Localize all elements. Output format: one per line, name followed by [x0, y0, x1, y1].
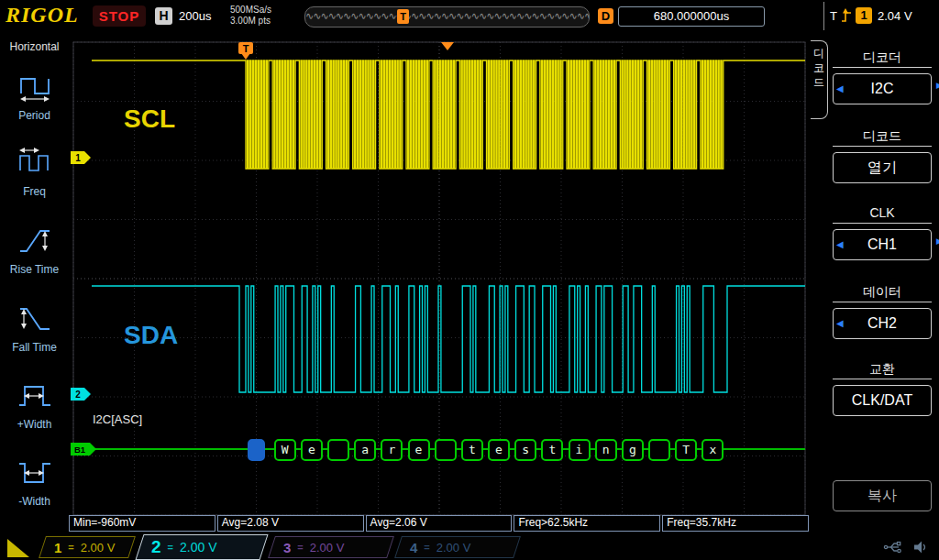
usb-icon [883, 540, 907, 555]
waveform-overview-pattern: ∿∿∿∿∿∿∿∿∿∿∿∿∿∿∿∿∿∿∿∿∿∿∿∿∿∿∿∿∿∿∿∿∿∿∿∿∿∿∿∿ [305, 10, 589, 22]
menu-item-value-text: 열기 [867, 159, 897, 175]
svg-text:1: 1 [75, 153, 81, 163]
menu-arrow-icon [7, 539, 29, 557]
svg-text:B1: B1 [74, 445, 86, 455]
measure-item-label: Rise Time [0, 263, 69, 276]
menu-item-value-text: CH2 [867, 315, 897, 331]
channel-number: 3 [283, 540, 291, 555]
menu-item-copy[interactable]: 복사 [833, 480, 932, 511]
measure-item-rise-time[interactable]: Rise Time [0, 223, 69, 276]
waveform-display: T 1 2 B1 SCL SDA I2C[ASC] WearetestingTx [69, 33, 809, 518]
menu-item-label: 데이터 [833, 282, 932, 302]
channel-scale: 2.00 V [81, 541, 116, 555]
ch2-sda-trace [92, 286, 805, 392]
menu-item-label: CLK [833, 203, 932, 224]
period-icon [17, 69, 53, 105]
acquisition-info: 500MSa/s 3.00M pts [230, 5, 271, 27]
menu-item-value[interactable]: CLK/DAT [833, 385, 932, 416]
dc-coupling-icon: = [168, 542, 173, 553]
waveform-canvas: T 1 2 B1 [69, 33, 809, 518]
trigger-level-value: 2.04 V [878, 9, 912, 23]
horizontal-position-bar[interactable]: ∿∿∿∿∿∿∿∿∿∿∿∿∿∿∿∿∿∿∿∿∿∿∿∿∿∿∿∿∿∿∿∿∿∿∿∿∿∿∿∿… [304, 6, 590, 27]
ch2-ground-marker[interactable]: 2 [71, 388, 91, 401]
menu-item-value[interactable]: 열기 [833, 152, 932, 183]
decode-menu-tab-label: 디코드 [812, 46, 826, 90]
channel-scale: 2.00 V [310, 541, 345, 555]
measure-category-title: Horizontal [0, 40, 69, 53]
dc-coupling-icon: = [297, 542, 303, 553]
timebase-value: 200us [179, 9, 211, 23]
menu-item-value-text: CH1 [867, 236, 897, 252]
measure-item-freq[interactable]: Freq [0, 145, 69, 198]
bus1-marker[interactable]: B1 [71, 443, 96, 456]
delay-value: 680.000000us [618, 6, 765, 27]
fall-time-icon [17, 301, 53, 337]
horizontal-badge: H [155, 7, 172, 25]
rigol-logo: RIGOL [6, 3, 79, 27]
select-left-arrow-icon: ◀ [836, 230, 844, 259]
menu-item-decoder[interactable]: 디코더 ◀ I2C ▶ [833, 48, 932, 104]
decode-bus-label: I2C[ASC] [93, 412, 142, 426]
trigger-source-badge: 1 [856, 7, 872, 24]
menu-item-label: 디코더 [833, 48, 932, 68]
measure-item-period[interactable]: Period [0, 69, 69, 122]
menu-item-decode-toggle[interactable]: 디코드 열기 [833, 126, 932, 183]
menu-item-data[interactable]: 데이터 ◀ CH2 [833, 282, 932, 339]
scl-annotation: SCL [124, 104, 175, 134]
menu-item-value-text: CLK/DAT [852, 392, 912, 408]
delay-badge: D [598, 8, 613, 24]
measurement-min: Min=-960mV [69, 515, 215, 532]
minus-width-icon [17, 455, 53, 491]
measurement-freq-ch1: Freq>62.5kHz [514, 515, 660, 532]
decode-menu-tab[interactable]: 디코드 [811, 40, 828, 119]
plus-width-icon [17, 378, 53, 414]
channel-2-status[interactable]: 2 = 2.00 V [135, 534, 268, 560]
trigger-point-marker[interactable]: T [238, 42, 253, 60]
sda-annotation: SDA [124, 321, 178, 350]
channel-number: 1 [54, 540, 61, 555]
trigger-position-marker[interactable]: T [397, 9, 409, 24]
oscilloscope-screen: RIGOL STOP H 200us 500MSa/s 3.00M pts ∿∿… [0, 0, 939, 560]
menu-item-exchange[interactable]: 교환 CLK/DAT [833, 359, 932, 416]
channel-3-status[interactable]: 3 = 2.00 V [268, 536, 394, 558]
menu-item-label: 교환 [833, 359, 932, 379]
select-left-arrow-icon: ◀ [836, 74, 844, 104]
measurement-freq-ch2: Freq=35.7kHz [662, 515, 809, 532]
svg-text:2: 2 [75, 390, 81, 400]
trigger-label: T [830, 9, 837, 23]
menu-item-value[interactable]: ◀ CH1 [833, 229, 932, 260]
dc-coupling-icon: = [424, 542, 429, 553]
speaker-icon [912, 540, 929, 555]
measure-item-label: Freq [0, 185, 69, 198]
delay-position-marker[interactable] [441, 42, 454, 50]
measurement-avg-ch2: Avg=2.06 V [366, 515, 513, 532]
select-left-arrow-icon: ◀ [836, 309, 844, 338]
topbar-divider [823, 2, 824, 30]
menu-item-value[interactable]: 복사 [833, 480, 932, 511]
menu-item-value-text: I2C [871, 81, 894, 96]
ch1-scl-trace [92, 60, 805, 169]
channel-1-status[interactable]: 1 = 2.00 V [39, 536, 136, 558]
menu-item-value[interactable]: ◀ I2C [833, 73, 932, 104]
menu-item-value[interactable]: ◀ CH2 [833, 308, 932, 339]
channel-4-status[interactable]: 4 = 2.00 V [394, 536, 521, 558]
measure-item-label: Period [0, 109, 69, 122]
run-state-badge: STOP [93, 5, 146, 27]
channel-status-bar: 1 = 2.00 V 2 = 2.00 V 3 = 2.00 V 4 = 2.0 [0, 534, 939, 560]
measure-item-label: +Width [0, 418, 69, 431]
dc-coupling-icon: = [68, 542, 73, 553]
measurement-avg-ch1: Avg=2.08 V [217, 515, 364, 532]
measure-sidebar: Horizontal Period Freq [0, 33, 69, 534]
measure-item-fall-time[interactable]: Fall Time [0, 301, 69, 354]
ch1-ground-marker[interactable]: 1 [71, 151, 91, 164]
channel-scale: 2.00 V [436, 541, 471, 555]
decode-softkey-menu: 디코더 ◀ I2C ▶ 디코드 열기 CLK ◀ CH1 ▶ 데이터 ◀ [829, 37, 939, 534]
channel-scale: 2.00 V [180, 540, 216, 555]
measure-item-neg-width[interactable]: -Width [0, 455, 69, 508]
memory-depth: 3.00M pts [230, 16, 271, 27]
measure-item-pos-width[interactable]: +Width [0, 378, 69, 431]
menu-item-clk[interactable]: CLK ◀ CH1 ▶ [833, 203, 932, 260]
trigger-slope-icon [840, 7, 853, 24]
svg-text:T: T [243, 43, 249, 54]
measurement-results-bar: Min=-960mV Avg=2.08 V Avg=2.06 V Freq>62… [69, 515, 809, 532]
